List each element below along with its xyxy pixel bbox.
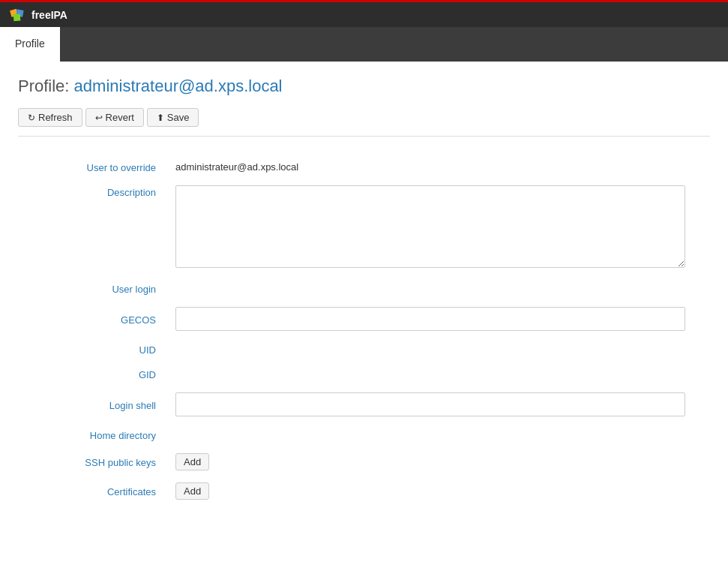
field-gecos: GECOS [18, 301, 710, 337]
login-shell-input[interactable] [175, 392, 685, 416]
label-ssh-public-keys: SSH public keys [18, 447, 168, 476]
field-uid: UID [18, 337, 710, 362]
nav-item-profile-label: Profile [15, 38, 45, 50]
label-certificates: Certificates [18, 476, 168, 506]
page-title-value: administrateur@ad.xps.local [74, 77, 283, 95]
toolbar: ↻ Refresh ↩ Revert ⬆ Save [18, 108, 710, 137]
static-user-to-override: administrateur@ad.xps.local [175, 160, 298, 173]
label-login-shell: Login shell [18, 386, 168, 422]
refresh-icon: ↻ [28, 113, 35, 123]
freeipa-logo-icon [9, 7, 25, 23]
field-gid: GID [18, 362, 710, 386]
field-user-login: User login [18, 276, 710, 301]
field-login-shell: Login shell [18, 386, 710, 422]
label-uid: UID [18, 337, 168, 362]
value-home-directory [168, 422, 710, 447]
save-icon: ⬆ [157, 113, 164, 123]
save-label: Save [167, 112, 190, 123]
value-certificates: Add [168, 476, 710, 506]
content: Profile: administrateur@ad.xps.local ↻ R… [0, 62, 728, 521]
add-ssh-key-button[interactable]: Add [175, 453, 209, 470]
revert-button[interactable]: ↩ Revert [85, 108, 144, 127]
field-home-directory: Home directory [18, 422, 710, 447]
field-certificates: Certificates Add [18, 476, 710, 506]
profile-form: User to override administrateur@ad.xps.l… [18, 155, 710, 506]
value-description [168, 179, 710, 276]
value-login-shell [168, 386, 710, 422]
add-ssh-key-label: Add [184, 456, 201, 467]
label-gid: GID [18, 362, 168, 386]
add-certificate-button[interactable]: Add [175, 482, 209, 500]
description-input[interactable] [175, 185, 685, 268]
value-user-to-override: administrateur@ad.xps.local [168, 155, 710, 179]
page-title: Profile: administrateur@ad.xps.local [18, 77, 710, 96]
value-gecos [168, 301, 710, 337]
label-user-to-override: User to override [18, 155, 168, 179]
value-ssh-public-keys: Add [168, 447, 710, 476]
topbar: freeIPA [0, 0, 728, 27]
revert-label: Revert [106, 112, 134, 123]
add-certificate-label: Add [184, 485, 201, 497]
field-user-to-override: User to override administrateur@ad.xps.l… [18, 155, 710, 179]
logo-area: freeIPA [9, 7, 67, 23]
label-description: Description [18, 179, 168, 276]
value-gid [168, 362, 710, 386]
refresh-button[interactable]: ↻ Refresh [18, 108, 82, 127]
navbar: Profile [0, 27, 728, 62]
field-description: Description [18, 179, 710, 276]
label-user-login: User login [18, 276, 168, 301]
gecos-input[interactable] [175, 307, 685, 331]
label-home-directory: Home directory [18, 422, 168, 447]
refresh-label: Refresh [38, 112, 73, 123]
value-user-login [168, 276, 710, 301]
field-ssh-public-keys: SSH public keys Add [18, 447, 710, 476]
save-button[interactable]: ⬆ Save [147, 108, 199, 127]
nav-item-profile[interactable]: Profile [0, 27, 60, 62]
app-name: freeIPA [31, 9, 67, 21]
value-uid [168, 337, 710, 362]
revert-icon: ↩ [95, 113, 103, 123]
page-title-prefix: Profile: [18, 77, 69, 95]
svg-rect-2 [13, 14, 21, 21]
label-gecos: GECOS [18, 301, 168, 337]
